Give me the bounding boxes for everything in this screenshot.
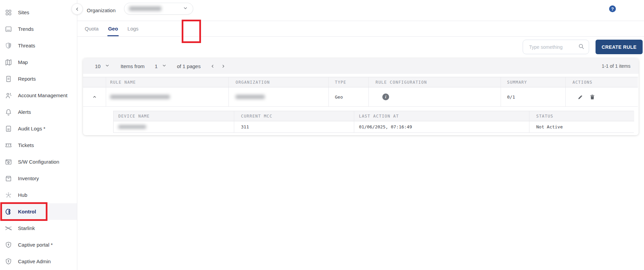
redacted-organization xyxy=(236,95,265,99)
sidebar-item-alerts[interactable]: Alerts xyxy=(0,104,77,120)
rules-table-header: RULE NAME ORGANIZATION TYPE RULE CONFIGU… xyxy=(83,77,639,87)
previous-page-button[interactable] xyxy=(210,64,215,69)
sidebar-item-starlink[interactable]: Starlink xyxy=(0,220,77,236)
pages-count-label: of 1 pages xyxy=(177,63,201,69)
help-button[interactable]: ? xyxy=(609,5,616,12)
page-size-select[interactable]: 10 xyxy=(95,63,110,69)
sidebar-item-audit-logs[interactable]: Audit Logs * xyxy=(0,120,77,137)
items-from-label: Items from xyxy=(121,63,145,69)
page-value: 1 xyxy=(155,63,158,69)
sidebar-item-inventory[interactable]: Inventory xyxy=(0,170,77,187)
sidebar-item-reports[interactable]: Reports xyxy=(0,70,77,87)
trash-icon xyxy=(589,94,596,100)
sidebar-collapse-button[interactable] xyxy=(72,3,83,15)
search-input[interactable] xyxy=(529,44,573,50)
sidebar-item-label: S/W Configuration xyxy=(18,159,59,165)
sidebar-item-sites[interactable]: Sites xyxy=(0,4,77,21)
sidebar-item-captive-admin[interactable]: Captive Admin xyxy=(0,253,77,270)
organization-select[interactable] xyxy=(124,3,193,15)
sidebar-item-map[interactable]: Map xyxy=(0,54,77,70)
captive-portal-icon xyxy=(5,241,12,249)
sidebar-item-trends[interactable]: Trends xyxy=(0,21,77,37)
row-collapse-button[interactable] xyxy=(83,87,106,107)
device-table: DEVICE NAME CURRENT MCC LAST ACTION AT S… xyxy=(113,111,634,133)
column-header-current-mcc: CURRENT MCC xyxy=(234,111,354,121)
type-cell: Geo xyxy=(328,87,368,107)
redacted-device-name xyxy=(118,125,146,129)
sidebar-item-kontrol[interactable]: Kontrol xyxy=(0,203,77,220)
sidebar-item-label: Map xyxy=(18,59,28,65)
chevron-left-icon xyxy=(210,64,215,69)
redacted-organization-value xyxy=(129,6,161,11)
inventory-icon xyxy=(5,175,12,182)
chevron-down-icon xyxy=(105,63,110,69)
status-cell: Not Active xyxy=(529,121,634,132)
column-header-organization: ORGANIZATION xyxy=(228,77,328,87)
sidebar-item-label: Captive portal * xyxy=(18,242,53,248)
account-management-icon xyxy=(5,92,12,99)
sidebar-item-label: Trends xyxy=(18,26,34,32)
tab-logs[interactable]: Logs xyxy=(127,21,139,36)
sidebar-item-tickets[interactable]: Tickets xyxy=(0,137,77,153)
reports-icon xyxy=(5,75,12,83)
sidebar-item-captive-portal[interactable]: Captive portal * xyxy=(0,236,77,253)
sidebar-item-label: Captive Admin xyxy=(18,258,51,264)
sidebar-item-label: Starlink xyxy=(18,225,35,231)
chevron-up-icon xyxy=(92,94,97,100)
next-page-button[interactable] xyxy=(221,64,226,69)
sidebar-item-account-management[interactable]: Account Management xyxy=(0,87,77,104)
tab-bar: Quota Geo Logs xyxy=(77,21,644,37)
question-mark-icon: ? xyxy=(611,6,614,12)
edit-rule-button[interactable] xyxy=(577,94,584,100)
organization-label: Organization xyxy=(87,7,116,13)
sidebar-item-label: Audit Logs * xyxy=(18,126,45,131)
column-header-rule-name: RULE NAME xyxy=(106,77,228,87)
pencil-icon xyxy=(577,94,584,100)
device-name-cell xyxy=(114,121,234,132)
audit-logs-icon xyxy=(5,125,12,132)
tab-quota[interactable]: Quota xyxy=(84,21,99,36)
captive-admin-icon xyxy=(5,258,12,265)
column-header-last-action-at: LAST ACTION AT xyxy=(354,111,529,121)
page-select[interactable]: 1 xyxy=(155,63,167,69)
main-area: Organization ? Quota Geo Logs CREATE RUL… xyxy=(77,0,644,270)
info-icon[interactable]: i xyxy=(382,94,389,100)
top-bar: Organization ? xyxy=(77,0,644,21)
column-header-device-name: DEVICE NAME xyxy=(114,111,234,121)
search-icon[interactable] xyxy=(578,43,585,51)
sw-configuration-icon xyxy=(5,158,12,166)
threats-icon xyxy=(5,42,12,49)
summary-cell: 0/1 xyxy=(501,87,565,107)
create-rule-button[interactable]: CREATE RULE xyxy=(596,40,643,54)
expanded-row-area: DEVICE NAME CURRENT MCC LAST ACTION AT S… xyxy=(83,107,639,133)
rules-card: 10 Items from 1 of 1 pages xyxy=(83,58,639,135)
sidebar-item-label: Account Management xyxy=(18,92,67,98)
chevron-right-icon xyxy=(221,64,226,69)
hub-icon xyxy=(5,191,12,199)
actions-cell xyxy=(565,87,638,107)
delete-rule-button[interactable] xyxy=(589,94,596,100)
sidebar-item-label: Reports xyxy=(18,76,36,82)
sidebar-item-threats[interactable]: Threats xyxy=(0,37,77,54)
sidebar-item-hub[interactable]: Hub xyxy=(0,187,77,203)
sidebar-item-label: Tickets xyxy=(18,142,34,148)
organization-cell xyxy=(228,87,328,107)
column-header-summary: SUMMARY xyxy=(501,77,565,87)
tab-geo[interactable]: Geo xyxy=(107,21,119,36)
last-action-at-cell: 01/06/2025, 07:16:49 xyxy=(354,121,529,132)
search-box xyxy=(523,40,589,54)
content-area: CREATE RULE 10 Items from 1 of 1 pages xyxy=(77,37,644,270)
sidebar-item-label: Threats xyxy=(18,43,35,48)
starlink-icon xyxy=(5,225,12,232)
sidebar-item-label: Kontrol xyxy=(18,209,36,214)
sidebar-item-label: Inventory xyxy=(18,175,39,181)
redacted-rule-name xyxy=(110,95,170,99)
items-range-label: 1-1 of 1 items xyxy=(602,63,630,69)
rule-table-row: Geo i 0/1 xyxy=(83,87,639,107)
chevron-left-icon xyxy=(75,6,80,12)
trends-icon xyxy=(5,25,12,33)
current-mcc-cell: 311 xyxy=(234,121,354,132)
column-header-status: STATUS xyxy=(529,111,634,121)
sidebar-item-label: Alerts xyxy=(18,109,31,115)
sidebar-item-sw-configuration[interactable]: S/W Configuration xyxy=(0,153,77,170)
